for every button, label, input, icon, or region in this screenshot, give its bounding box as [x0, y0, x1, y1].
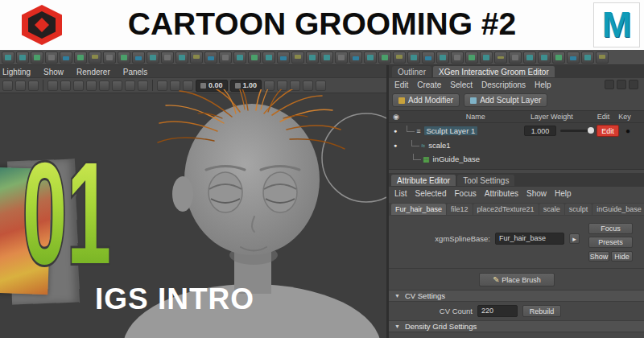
- ae-menu-focus[interactable]: Focus: [454, 189, 476, 198]
- shelf-tool-icon[interactable]: [378, 52, 391, 64]
- keyframe-dot-icon[interactable]: ●: [625, 126, 630, 135]
- groom-menu-descriptions[interactable]: Descriptions: [481, 80, 526, 89]
- ae-menu-attributes[interactable]: Attributes: [485, 189, 518, 198]
- layer-name[interactable]: scale1: [428, 141, 450, 150]
- viewport-tool-icon[interactable]: [60, 80, 71, 91]
- shelf-tool-icon[interactable]: [393, 52, 406, 64]
- node-tab-scale[interactable]: scale: [539, 204, 564, 215]
- groom-menu-help[interactable]: Help: [535, 80, 551, 89]
- shelf-tool-icon[interactable]: [335, 52, 348, 64]
- show-button[interactable]: Show: [588, 251, 609, 262]
- cv-settings-header[interactable]: ▼ CV Settings: [389, 290, 644, 302]
- shelf-tool-icon[interactable]: [89, 52, 101, 64]
- cv-count-field[interactable]: 220: [477, 305, 518, 317]
- shelf-tool-icon[interactable]: [567, 52, 580, 64]
- shelf-tool-icon[interactable]: [480, 52, 493, 64]
- menu-show[interactable]: Show: [43, 68, 64, 76]
- pin-panel-icon[interactable]: [605, 80, 614, 89]
- shelf-tool-icon[interactable]: [132, 52, 145, 64]
- shelf-tool-icon[interactable]: [320, 52, 333, 64]
- shelf-tool-icon[interactable]: [248, 52, 261, 64]
- dock-panel-icon[interactable]: [617, 80, 626, 89]
- density-grid-settings-header[interactable]: ▼ Density Grid Settings: [389, 320, 644, 332]
- viewport[interactable]: Lighting Show Renderer Panels 0.00 1.00: [0, 65, 386, 338]
- shelf-tool-icon[interactable]: [277, 52, 290, 64]
- groom-menu-select[interactable]: Select: [450, 80, 473, 89]
- shelf-tool-icon[interactable]: [2, 52, 14, 64]
- node-tab-file12[interactable]: file12: [447, 204, 473, 215]
- shelf-tool-icon[interactable]: [45, 52, 58, 64]
- groom-menu-edit[interactable]: Edit: [394, 80, 408, 89]
- layer-weight-slider[interactable]: [560, 130, 592, 132]
- shelf-tool-icon[interactable]: [596, 52, 609, 64]
- menu-lighting[interactable]: Lighting: [2, 68, 31, 76]
- table-row-inguide[interactable]: ▦ inGuide_base: [389, 152, 644, 166]
- rebuild-button[interactable]: Rebuild: [522, 305, 561, 317]
- viewport-tool-icon[interactable]: [2, 80, 13, 91]
- shelf-tool-icon[interactable]: [16, 52, 29, 64]
- viewport-tool-icon[interactable]: [73, 80, 84, 91]
- shelf-tool-icon[interactable]: [103, 52, 116, 64]
- shelf-tool-icon[interactable]: [31, 52, 43, 64]
- ae-menu-show[interactable]: Show: [526, 189, 547, 198]
- menu-panels[interactable]: Panels: [123, 68, 148, 76]
- focus-button[interactable]: Focus: [588, 223, 633, 234]
- visibility-eye-icon[interactable]: ◉: [393, 113, 399, 121]
- viewport-tool-icon[interactable]: [28, 80, 39, 91]
- shelf-tool-icon[interactable]: [436, 52, 449, 64]
- viewport-tool-icon[interactable]: [15, 80, 26, 91]
- shelf-tool-icon[interactable]: [118, 52, 130, 64]
- ae-menu-selected[interactable]: Selected: [415, 189, 447, 198]
- add-modifier-button[interactable]: Add Modifier: [392, 93, 460, 107]
- spline-base-field[interactable]: Fur_hair_base: [495, 233, 564, 245]
- slider-knob[interactable]: [588, 127, 594, 134]
- shelf-tool-icon[interactable]: [364, 52, 377, 64]
- shelf-tool-icon[interactable]: [147, 52, 159, 64]
- shelf-tool-icon[interactable]: [552, 52, 565, 64]
- shelf-tool-icon[interactable]: [523, 52, 536, 64]
- shelf-tool-icon[interactable]: [291, 52, 304, 64]
- place-brush-button[interactable]: ✎ Place Brush: [479, 273, 555, 286]
- node-tab-sculpt[interactable]: sculpt: [565, 204, 592, 215]
- hide-button[interactable]: Hide: [611, 251, 633, 262]
- shelf-tool-icon[interactable]: [451, 52, 464, 64]
- shelf-tool-icon[interactable]: [538, 52, 551, 64]
- shelf-tool-icon[interactable]: [60, 52, 72, 64]
- close-panel-icon[interactable]: [629, 80, 638, 89]
- layer-edit-button[interactable]: Edit: [597, 125, 619, 137]
- shelf-tool-icon[interactable]: [233, 52, 246, 64]
- shelf-tool-icon[interactable]: [204, 52, 217, 64]
- shelf-tool-icon[interactable]: [581, 52, 594, 64]
- shelf-tool-icon[interactable]: [349, 52, 362, 64]
- tab-tool-settings[interactable]: Tool Settings: [457, 175, 514, 186]
- visibility-dot-icon[interactable]: ●: [394, 142, 397, 148]
- layer-weight-field[interactable]: 1.000: [524, 126, 556, 136]
- shelf-tool-icon[interactable]: [465, 52, 478, 64]
- tab-outliner[interactable]: Outliner: [392, 66, 431, 77]
- table-row-scale[interactable]: ● ≈ scale1: [389, 138, 644, 152]
- shelf-tool-icon[interactable]: [494, 52, 507, 64]
- shelf-tool-icon[interactable]: [161, 52, 174, 64]
- viewport-tool-icon[interactable]: [86, 80, 97, 91]
- table-row-sculpt-layer[interactable]: ● ≡ Sculpt Layer 1 1.000 Edit ●: [389, 123, 644, 138]
- shelf-tool-icon[interactable]: [306, 52, 319, 64]
- menu-renderer[interactable]: Renderer: [76, 68, 110, 76]
- layer-name[interactable]: inGuide_base: [433, 155, 481, 163]
- shelf-tool-icon[interactable]: [175, 52, 188, 64]
- visibility-dot-icon[interactable]: ●: [394, 128, 397, 134]
- shelf-tool-icon[interactable]: [262, 52, 275, 64]
- shelf-tool-icon[interactable]: [509, 52, 522, 64]
- tab-attribute-editor[interactable]: Attribute Editor: [391, 175, 456, 186]
- shelf-tool-icon[interactable]: [422, 52, 435, 64]
- add-sculpt-layer-button[interactable]: Add Sculpt Layer: [464, 93, 547, 107]
- presets-button[interactable]: Presets: [588, 237, 633, 248]
- layer-name[interactable]: Sculpt Layer 1: [424, 126, 478, 135]
- shelf-tool-icon[interactable]: [407, 52, 420, 64]
- shelf-tool-icon[interactable]: [190, 52, 203, 64]
- shelf-tool-icon[interactable]: [219, 52, 232, 64]
- node-tab-fur-hair-base[interactable]: Fur_hair_base: [391, 204, 446, 215]
- shelf-tool-icon[interactable]: [74, 52, 87, 64]
- ae-menu-help[interactable]: Help: [555, 189, 572, 198]
- ae-menu-list[interactable]: List: [394, 189, 407, 198]
- groom-menu-create[interactable]: Create: [417, 80, 441, 89]
